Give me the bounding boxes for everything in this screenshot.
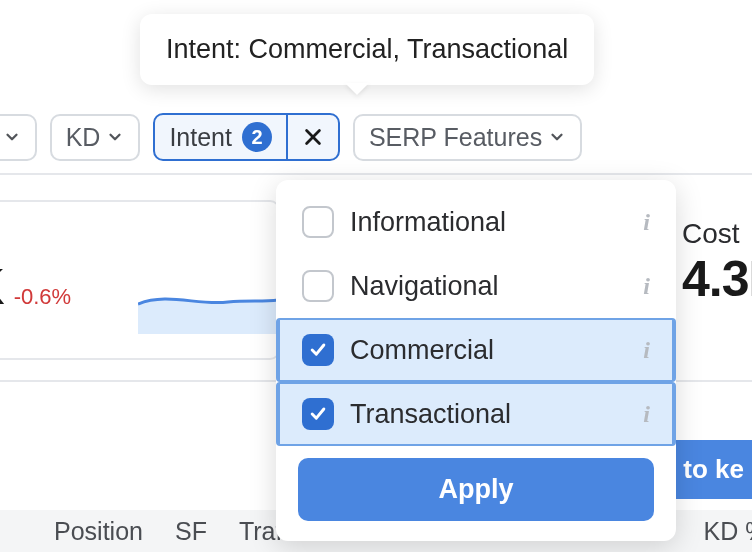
option-navigational-label: Navigational [350, 271, 499, 302]
filter-intent-label: Intent [169, 123, 232, 152]
filter-intent-count: 2 [242, 122, 272, 152]
apply-button-label: Apply [438, 474, 513, 504]
chevron-down-icon [548, 128, 566, 146]
close-icon [302, 126, 324, 148]
option-transactional-label: Transactional [350, 399, 511, 430]
info-icon[interactable]: i [643, 209, 650, 236]
tooltip-text: Intent: Commercial, Transactional [166, 34, 568, 64]
option-commercial[interactable]: Commercial i [276, 318, 676, 382]
filter-serp-label: SERP Features [369, 123, 542, 152]
checkbox-checked-icon[interactable] [302, 334, 334, 366]
option-navigational[interactable]: Navigational i [276, 254, 676, 318]
checkbox-unchecked-icon[interactable] [302, 270, 334, 302]
filter-intent-main[interactable]: Intent 2 [155, 115, 288, 159]
intent-tooltip: Intent: Commercial, Transactional [140, 14, 594, 85]
filter-volume[interactable]: ume [0, 114, 37, 161]
col-position[interactable]: Position [38, 517, 159, 546]
apply-button[interactable]: Apply [298, 458, 654, 521]
filter-kd[interactable]: KD [50, 114, 141, 161]
info-icon[interactable]: i [643, 273, 650, 300]
filter-intent-clear[interactable] [288, 115, 338, 159]
info-icon[interactable]: i [643, 401, 650, 428]
checkbox-unchecked-icon[interactable] [302, 206, 334, 238]
filter-kd-label: KD [66, 123, 101, 152]
checkbox-checked-icon[interactable] [302, 398, 334, 430]
metric-traffic-value: 5.1K [0, 258, 4, 316]
filter-serp-features[interactable]: SERP Features [353, 114, 582, 161]
metric-traffic-label: c [0, 220, 258, 252]
info-icon[interactable]: i [643, 337, 650, 364]
col-kd-pct[interactable]: KD % [688, 517, 752, 546]
metric-traffic-delta: -0.6% [14, 284, 71, 310]
chevron-down-icon [106, 128, 124, 146]
option-commercial-label: Commercial [350, 335, 494, 366]
option-transactional[interactable]: Transactional i [276, 382, 676, 446]
metric-cost-value: 4.3K [682, 250, 752, 308]
metric-traffic-card[interactable]: c 5.1K -0.6% [0, 200, 280, 360]
option-informational-label: Informational [350, 207, 506, 238]
col-sf[interactable]: SF [159, 517, 223, 546]
chevron-down-icon [3, 128, 21, 146]
filter-row: ume KD Intent 2 SERP Features [0, 113, 752, 175]
sparkline-icon [138, 284, 278, 334]
filter-intent[interactable]: Intent 2 [153, 113, 340, 161]
option-informational[interactable]: Informational i [276, 190, 676, 254]
metric-cost-label: Cost [682, 218, 752, 250]
intent-dropdown: Informational i Navigational i Commercia… [276, 180, 676, 541]
